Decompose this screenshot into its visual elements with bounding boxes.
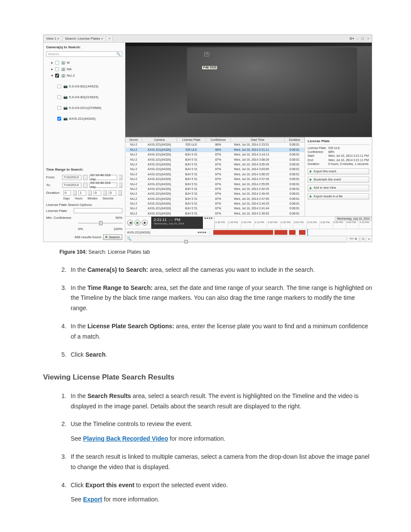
to-time-input[interactable]: 03:18:40.316 PM <box>89 183 117 188</box>
gear-icon[interactable]: ✿▾ <box>349 37 354 41</box>
col-conf[interactable]: Confidence <box>206 138 230 143</box>
spinner-icon[interactable] <box>73 190 77 196</box>
min-confidence-label: Min. Confidence: <box>46 216 76 220</box>
tree-camera-3[interactable]: 📷 5.0-H3-DO1(379589) <box>47 105 122 111</box>
arrow-icon <box>310 170 312 173</box>
playhead-marker[interactable] <box>307 229 308 236</box>
table-row[interactable]: NU-2AXIS-221(64326)BJH 5 5187%Wed, Jul 1… <box>126 177 305 182</box>
arrow-icon <box>310 195 312 198</box>
timeline-scale[interactable]: Wednesday, July 16, 2014 1:30 PM1:45 PM2… <box>214 217 372 229</box>
calendar-icon[interactable] <box>83 175 87 180</box>
duration-days-input[interactable]: 0 <box>63 190 71 196</box>
table-row[interactable]: NU-2AXIS-221(64326)BJH 5 5187%Wed, Jul 1… <box>126 192 305 196</box>
duration-hours-input[interactable]: 1 <box>78 190 86 196</box>
calendar-icon[interactable] <box>83 183 87 188</box>
result-step-1: In the Search Results area, select a sea… <box>68 391 372 412</box>
export-link[interactable]: Export <box>83 496 102 503</box>
tree-camera-4[interactable]: 📷 AXIS-221(64326) <box>47 115 122 122</box>
col-camera[interactable]: Camera <box>142 138 177 143</box>
results-count: 688 results found <box>75 235 101 240</box>
timeline-next-icon[interactable]: ▸ <box>366 237 372 241</box>
camera-search-input[interactable]: Search... 🔍 <box>46 51 122 57</box>
play-button[interactable]: ▶ <box>134 220 140 226</box>
left-pane: Camera(s) to Search: Search... 🔍 ▸ 🏢 M ▸… <box>44 43 125 242</box>
spinner-icon[interactable] <box>118 190 122 196</box>
maximize-icon[interactable]: ▢ <box>361 37 364 41</box>
timeline-band[interactable] <box>210 229 372 236</box>
table-row[interactable]: NU-2AXIS-221(64326)BJH 5 5187%Wed, Jul 1… <box>126 182 305 187</box>
duration-minutes-input[interactable]: 0 <box>93 190 101 196</box>
step-forward-button[interactable]: ▶ <box>142 220 148 226</box>
current-time-display: 2:21:11.259 PM Wednesday, July 16, 2014 <box>151 217 203 229</box>
figure-caption: Figure 104: Search: License Plates tab <box>59 248 372 256</box>
tree-node-na[interactable]: ▸ 🏢 NA <box>47 66 122 72</box>
step-back-button[interactable]: ◀ <box>127 220 133 226</box>
confidence-slider[interactable] <box>78 221 122 225</box>
result-step-2: Use the Timeline controls to review the … <box>68 419 372 444</box>
tree-camera-2[interactable]: 📷 5.0-H3-B3(215824) <box>47 94 122 100</box>
minimize-icon[interactable]: – <box>357 37 358 41</box>
add-to-view-button[interactable]: Add to new View <box>308 185 369 191</box>
duration-label: Duration: <box>46 191 62 195</box>
step-3: In the Time Range to Search: area, set t… <box>68 283 372 314</box>
timeline: ◀ ▶ ▶ 2:21:11.259 PM Wednesday, July 16,… <box>125 216 372 242</box>
result-step-4: Click Export this event to export the se… <box>68 480 372 505</box>
playing-back-link[interactable]: Playing Back Recorded Video <box>83 435 168 442</box>
license-plate-input[interactable] <box>74 208 122 213</box>
table-row[interactable]: NU-2AXIS-221(64326)BJH 5 5187%Wed, Jul 1… <box>126 167 305 172</box>
detail-conf-key: Confidence: <box>308 150 328 154</box>
tree-node-m[interactable]: ▸ 🏢 M <box>47 59 122 66</box>
tab-search-license-plates[interactable]: Search: License Plates × <box>62 36 106 42</box>
spinner-icon[interactable] <box>88 190 92 196</box>
spinner-icon[interactable] <box>119 175 122 180</box>
export-icon[interactable]: ⧉ <box>360 237 366 241</box>
search-button[interactable]: Search <box>103 234 122 240</box>
tab-add[interactable]: + <box>106 36 113 42</box>
from-time-input[interactable]: 02:18:40.316 PM <box>89 175 117 180</box>
col-plate[interactable]: License Plate <box>177 138 206 143</box>
export-results-button[interactable]: Export results to a file <box>308 193 369 199</box>
camera-tree: ▸ 🏢 M ▸ 🏢 NA ▾ 🏢 NU-2 📷 5.0-H3-B2(144523… <box>46 59 122 122</box>
duration-seconds-input[interactable]: 0 <box>109 190 116 196</box>
table-row[interactable]: NU-2AXIS-221(64326)BJH 5 5187%Wed, Jul 1… <box>126 187 305 191</box>
results-grid: ServerCameraLicense PlateConfidenceStart… <box>125 137 305 216</box>
table-row[interactable]: NU-2AXIS-221(64326)BJH 5 5187%Wed, Jul 1… <box>126 211 305 216</box>
timeline-date-header: Wednesday, July 16, 2014 <box>335 217 372 221</box>
col-dur[interactable]: Duration <box>285 138 305 143</box>
timeline-tick: 2:15 PM <box>254 221 267 229</box>
spinner-icon[interactable] <box>103 190 107 196</box>
step-5: Click Search. <box>68 350 372 360</box>
spinner-icon[interactable] <box>119 183 122 188</box>
table-row[interactable]: NU-2AXIS-221(64326)535 ULE88%Wed, Jul 16… <box>126 147 305 152</box>
table-row[interactable]: NU-2AXIS-221(64326)BJH 5 5187%Wed, Jul 1… <box>126 196 305 201</box>
license-plate-overlay: P4B 5935 <box>202 65 218 70</box>
tree-camera-1[interactable]: 📷 5.0-H3-B2(144523) <box>47 83 122 90</box>
table-row[interactable]: NU-2AXIS-221(64326)BJH 5 5187%Wed, Jul 1… <box>126 172 305 177</box>
tab-strip: View 1 × Search: License Plates × + ✿▾ –… <box>44 35 372 43</box>
export-event-button[interactable]: Export this event <box>308 168 369 174</box>
col-start[interactable]: Start Time <box>230 138 285 143</box>
cameras-to-search-header: Camera(s) to Search: <box>46 45 122 50</box>
from-date-input[interactable]: 7/16/2014 <box>62 175 81 180</box>
tree-node-nu2[interactable]: ▾ 🏢 NU-2 <box>47 72 122 79</box>
table-row[interactable]: NU-2AXIS-221(64326)BJH 5 5187%Wed, Jul 1… <box>126 162 305 167</box>
to-date-input[interactable]: 7/16/2014 <box>62 183 81 188</box>
video-panel[interactable]: H P4B 5935 <box>125 43 372 137</box>
timeline-tick: 4:15 PM <box>358 221 371 229</box>
timeline-tick: 3:00 PM <box>293 221 306 229</box>
table-row[interactable]: NU-2AXIS-221(64326)BJH 5 5187%Wed, Jul 1… <box>126 202 305 206</box>
timeline-skip-icons[interactable]: ◀◀ ▶▶ <box>203 217 214 229</box>
bookmark-event-button[interactable]: Bookmark this event <box>308 177 369 183</box>
table-row[interactable]: NU-2AXIS-221(64326)535 ULE88%Wed, Jul 16… <box>126 143 305 147</box>
table-row[interactable]: NU-2AXIS-221(64326)BJH 5 5187%Wed, Jul 1… <box>126 206 305 211</box>
speed-control[interactable]: ⟲⟳ ◀ <box>346 237 360 240</box>
table-row[interactable]: NU-2AXIS-221(64326)BJH 5 5187%Wed, Jul 1… <box>126 152 305 157</box>
confidence-value: 50% <box>78 216 122 220</box>
detail-dur-key: Duration: <box>308 162 328 166</box>
camera-icon: 📷 <box>63 117 68 121</box>
search-icon[interactable]: 🔍 <box>116 52 121 56</box>
table-row[interactable]: NU-2AXIS-221(64326)BJH 5 5187%Wed, Jul 1… <box>126 157 305 162</box>
close-icon[interactable]: × <box>367 37 369 41</box>
col-server[interactable]: Server <box>126 138 142 143</box>
tab-view1[interactable]: View 1 × <box>44 36 62 42</box>
